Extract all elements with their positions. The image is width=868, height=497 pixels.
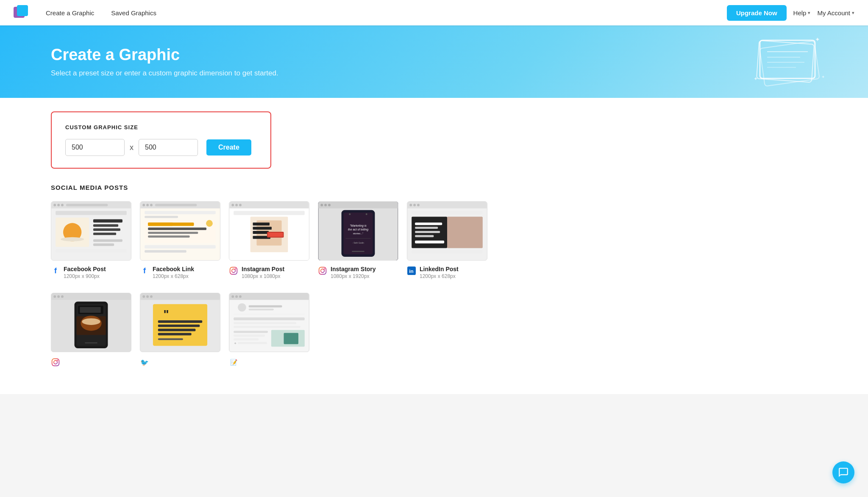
account-menu[interactable]: My Account ▾ xyxy=(817,9,854,17)
svg-point-43 xyxy=(206,220,213,227)
template-meta-instagram-post: Instagram Post 1080px x 1080px xyxy=(229,266,309,279)
svg-point-112 xyxy=(54,361,57,364)
svg-rect-133 xyxy=(249,308,274,310)
custom-size-inputs: x Create xyxy=(65,139,257,156)
svg-point-48 xyxy=(231,204,234,206)
template-name-linkedin-post: LinkedIn Post xyxy=(420,266,459,272)
svg-point-128 xyxy=(231,295,234,298)
svg-rect-56 xyxy=(253,231,269,234)
template-meta-facebook-link: f Facebook Link 1200px x 628px xyxy=(140,266,220,279)
upgrade-button[interactable]: Upgrade Now xyxy=(727,5,787,21)
template-item-instagram-story[interactable]: "Marketing is the act of telling stories… xyxy=(318,201,398,279)
template-thumb-facebook-post xyxy=(51,201,131,261)
template-item-linkedin-post[interactable]: in LinkedIn Post 1200px x 628px xyxy=(407,201,487,279)
template-item-b1[interactable] xyxy=(51,293,131,367)
svg-rect-23 xyxy=(93,224,118,227)
svg-rect-92 xyxy=(415,231,440,233)
template-thumb-b1 xyxy=(51,293,131,352)
svg-rect-124 xyxy=(158,333,192,336)
svg-rect-45 xyxy=(145,250,186,253)
template-item-b2[interactable]: " 🐦 xyxy=(140,293,220,367)
social-media-title: SOCIAL MEDIA POSTS xyxy=(51,184,817,191)
hero-title: Create a Graphic xyxy=(51,46,817,64)
svg-point-143 xyxy=(234,342,236,344)
nav-create-graphic[interactable]: Create a Graphic xyxy=(39,6,101,20)
svg-text:"Marketing is: "Marketing is xyxy=(350,224,367,228)
svg-point-66 xyxy=(324,204,327,206)
instagram-story-icon xyxy=(318,266,327,275)
template-name-facebook-link: Facebook Link xyxy=(153,266,194,272)
template-item-instagram-post[interactable]: Instagram Post 1080px x 1080px xyxy=(229,201,309,279)
linkedin-icon: in xyxy=(407,266,416,275)
svg-point-131 xyxy=(238,303,246,312)
width-input[interactable] xyxy=(65,139,125,156)
template-b1-icon xyxy=(51,358,60,367)
svg-text:✦: ✦ xyxy=(754,76,758,82)
instagram-post-icon xyxy=(229,266,238,275)
svg-rect-1 xyxy=(17,5,28,16)
svg-point-14 xyxy=(53,204,56,206)
svg-point-16 xyxy=(61,204,64,206)
nav-saved-graphics[interactable]: Saved Graphics xyxy=(104,6,163,20)
hero-subtitle: Select a preset size or enter a custom g… xyxy=(51,69,817,78)
template-item-b3[interactable]: 📝 xyxy=(229,293,309,367)
svg-rect-93 xyxy=(415,235,434,237)
svg-rect-141 xyxy=(234,335,265,337)
svg-rect-121 xyxy=(158,320,202,323)
create-button[interactable]: Create xyxy=(206,139,251,155)
svg-rect-27 xyxy=(93,244,114,246)
times-sign: x xyxy=(130,143,134,152)
svg-point-33 xyxy=(150,204,153,206)
custom-size-card: CUSTOM GRAPHIC SIZE x Create xyxy=(51,111,271,169)
template-thumb-linkedin-post xyxy=(407,201,487,261)
template-thumb-instagram-story: "Marketing is the act of telling stories… xyxy=(318,201,398,261)
template-thumb-instagram-post xyxy=(229,201,309,261)
svg-rect-54 xyxy=(253,222,270,225)
svg-point-67 xyxy=(328,204,331,206)
svg-rect-78 xyxy=(319,267,326,275)
svg-text:": " xyxy=(164,308,169,321)
svg-rect-3 xyxy=(757,41,814,83)
template-meta-instagram-story: Instagram Story 1080px x 1920px xyxy=(318,266,398,279)
svg-point-15 xyxy=(57,204,60,206)
template-thumb-b3 xyxy=(229,293,309,352)
svg-rect-59 xyxy=(268,233,283,237)
svg-rect-125 xyxy=(158,338,183,340)
template-thumb-b2: " xyxy=(140,293,220,352)
svg-rect-144 xyxy=(238,342,267,344)
template-meta-facebook-post: f Facebook Post 1200px x 900px xyxy=(51,266,131,279)
hero-banner: Create a Graphic Select a preset size or… xyxy=(0,25,868,98)
logo[interactable] xyxy=(14,5,29,20)
template-b3-icon: 📝 xyxy=(229,358,238,367)
facebook-link-icon: f xyxy=(140,266,149,275)
svg-rect-122 xyxy=(158,325,200,327)
svg-rect-137 xyxy=(234,326,300,328)
svg-point-116 xyxy=(142,295,145,298)
svg-point-102 xyxy=(61,295,64,298)
svg-rect-39 xyxy=(148,222,173,226)
template-meta-linkedin-post: in LinkedIn Post 1200px x 628px xyxy=(407,266,487,279)
svg-rect-91 xyxy=(415,227,438,229)
hero-content: Create a Graphic Select a preset size or… xyxy=(51,46,817,78)
svg-rect-18 xyxy=(56,211,127,215)
height-input[interactable] xyxy=(139,139,198,156)
svg-text:the act of telling: the act of telling xyxy=(348,228,368,231)
hero-illustration: ✦ ✦ ✦ xyxy=(749,34,834,93)
template-size-instagram-post: 1080px x 1080px xyxy=(242,273,284,279)
svg-rect-40 xyxy=(148,228,206,230)
template-item-facebook-post[interactable]: f Facebook Post 1200px x 900px xyxy=(51,201,131,279)
template-grid-row2: " 🐦 xyxy=(51,293,817,367)
svg-point-85 xyxy=(417,204,420,206)
svg-rect-94 xyxy=(415,241,444,244)
svg-rect-44 xyxy=(145,245,216,249)
svg-text:✦: ✦ xyxy=(821,75,825,79)
svg-rect-132 xyxy=(249,305,282,308)
help-menu[interactable]: Help ▾ xyxy=(793,9,811,17)
svg-point-50 xyxy=(239,204,242,206)
template-item-facebook-link[interactable]: f Facebook Link 1200px x 628px xyxy=(140,201,220,279)
svg-rect-42 xyxy=(148,236,190,238)
svg-rect-17 xyxy=(66,204,108,206)
template-size-linkedin-post: 1200px x 628px xyxy=(420,273,459,279)
svg-point-49 xyxy=(235,204,238,206)
svg-rect-55 xyxy=(253,227,272,230)
